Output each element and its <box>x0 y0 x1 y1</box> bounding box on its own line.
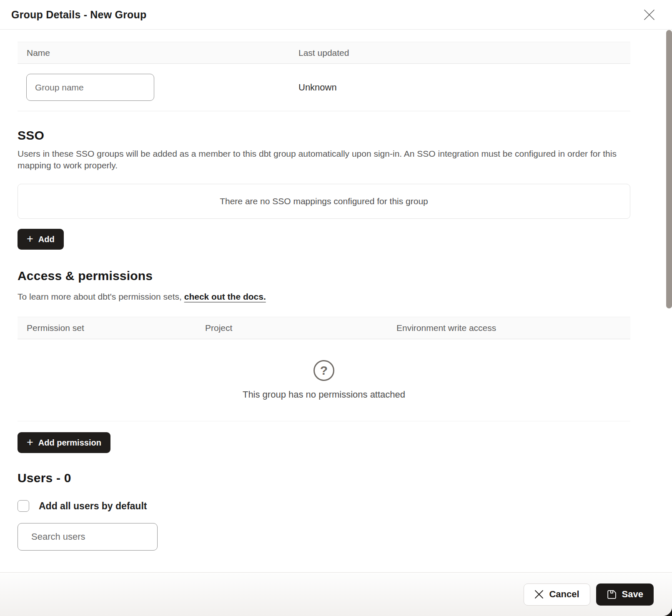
permissions-section: Access & permissions To learn more about… <box>18 269 630 453</box>
permissions-empty-message: This group has no permissions attached <box>243 389 405 400</box>
cancel-button[interactable]: Cancel <box>524 583 590 606</box>
close-icon <box>644 9 655 20</box>
column-header-environment-write-access: Environment write access <box>396 323 630 333</box>
users-heading: Users - 0 <box>18 471 630 485</box>
last-updated-value: Unknown <box>298 82 630 93</box>
scrollbar-thumb[interactable] <box>666 30 672 308</box>
column-header-permission-set: Permission set <box>18 323 205 333</box>
docs-link[interactable]: check out the docs. <box>184 292 266 301</box>
sso-empty-state: There are no SSO mappings configured for… <box>18 184 630 219</box>
group-name-input[interactable] <box>26 74 154 101</box>
column-header-last-updated: Last updated <box>298 48 630 58</box>
search-users-input[interactable] <box>31 531 151 542</box>
sso-empty-message: There are no SSO mappings configured for… <box>220 196 428 206</box>
column-header-name: Name <box>18 48 298 58</box>
modal-header: Group Details - New Group <box>0 0 672 30</box>
permissions-table-header-row: Permission set Project Environment write… <box>18 317 630 339</box>
add-all-users-label[interactable]: Add all users by default <box>39 501 147 512</box>
modal-content: Name Last updated Unknown SSO Users in t… <box>0 30 672 572</box>
add-permission-button-label: Add permission <box>38 438 101 448</box>
group-name-table: Name Last updated Unknown <box>18 42 630 111</box>
save-button-label: Save <box>622 589 643 600</box>
sso-description: Users in these SSO groups will be added … <box>18 148 628 171</box>
table-row: Unknown <box>18 64 630 111</box>
name-table-header-row: Name Last updated <box>18 42 630 64</box>
cancel-button-label: Cancel <box>549 589 579 600</box>
permissions-description-text: To learn more about dbt's permission set… <box>18 292 184 301</box>
permissions-table: Permission set Project Environment write… <box>18 317 630 421</box>
modal-title: Group Details - New Group <box>11 9 146 21</box>
search-users-field <box>18 523 158 551</box>
sso-heading: SSO <box>18 128 630 143</box>
add-sso-button-label: Add <box>38 235 55 244</box>
plus-icon: + <box>27 437 33 448</box>
question-mark-glyph: ? <box>320 363 328 378</box>
group-details-modal: Group Details - New Group Name Last upda… <box>0 0 672 616</box>
users-section: Users - 0 Add all users by default <box>18 471 630 551</box>
add-all-users-checkbox[interactable] <box>18 500 29 512</box>
permissions-empty-state: ? This group has no permissions attached <box>18 339 630 421</box>
permissions-description: To learn more about dbt's permission set… <box>18 291 628 303</box>
close-button[interactable] <box>642 8 656 22</box>
save-icon <box>607 589 617 600</box>
add-sso-mapping-button[interactable]: + Add <box>18 229 64 250</box>
plus-icon: + <box>27 233 33 245</box>
permissions-heading: Access & permissions <box>18 269 630 283</box>
add-all-users-row: Add all users by default <box>18 500 630 512</box>
group-name-cell <box>18 74 298 101</box>
add-permission-button[interactable]: + Add permission <box>18 432 110 453</box>
column-header-project: Project <box>205 323 396 333</box>
help-circle-icon: ? <box>313 360 334 381</box>
modal-footer: Cancel Save <box>0 572 672 616</box>
save-button[interactable]: Save <box>596 583 654 606</box>
cancel-x-icon <box>534 590 544 599</box>
sso-section: SSO Users in these SSO groups will be ad… <box>18 128 630 250</box>
